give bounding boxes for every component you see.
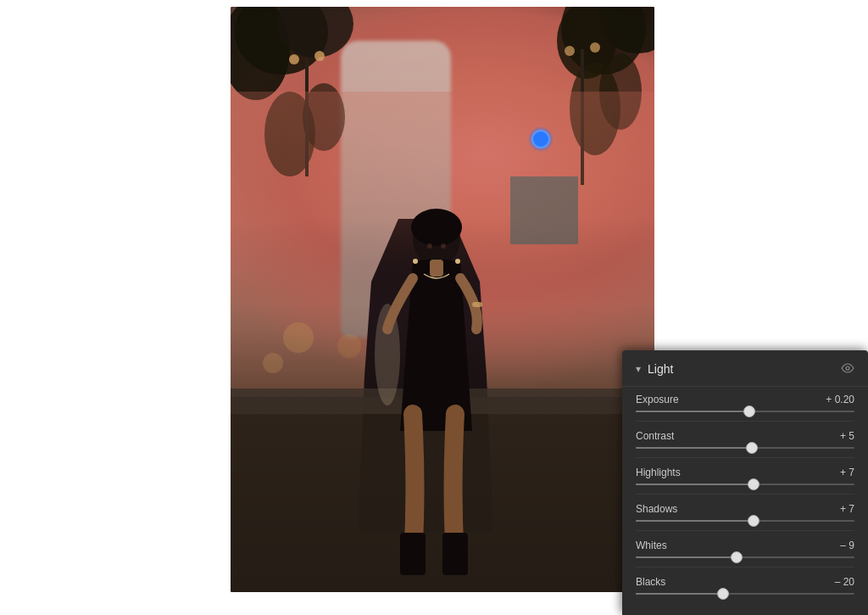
slider-value-shadows: + 7: [821, 503, 854, 515]
slider-thumb-blacks[interactable]: [717, 588, 729, 600]
slider-track-contrast[interactable]: [636, 447, 854, 449]
slider-track-whites[interactable]: [636, 556, 854, 558]
slider-label-row-highlights: Highlights + 7: [636, 467, 854, 478]
slider-row-shadows: Shadows + 7: [622, 496, 868, 528]
slider-section-highlights: Highlights + 7: [622, 460, 868, 495]
main-container: ▾ Light Exposure + 0.20: [0, 0, 868, 615]
slider-row-exposure: Exposure + 0.20: [622, 387, 868, 419]
slider-label-blacks: Blacks: [636, 576, 665, 588]
slider-row-highlights: Highlights + 7: [622, 460, 868, 492]
slider-label-row-shadows: Shadows + 7: [636, 503, 854, 515]
blue-dot-indicator[interactable]: [531, 130, 550, 148]
panel-header: ▾ Light: [622, 350, 868, 387]
slider-thumb-exposure[interactable]: [743, 405, 755, 417]
slider-value-contrast: + 5: [821, 430, 854, 442]
photo-canvas: [231, 7, 654, 592]
slider-row-blacks: Blacks – 20: [622, 569, 868, 601]
slider-section-whites: Whites – 9: [622, 533, 868, 567]
slider-label-shadows: Shadows: [636, 503, 677, 515]
visibility-eye-icon[interactable]: [841, 362, 854, 376]
slider-row-whites: Whites – 9: [622, 533, 868, 565]
slider-label-row-whites: Whites – 9: [636, 540, 854, 551]
slider-value-whites: – 9: [821, 540, 854, 551]
slider-thumb-highlights[interactable]: [748, 478, 760, 490]
svg-point-34: [846, 366, 849, 370]
slider-section-exposure: Exposure + 0.20: [622, 387, 868, 422]
slider-section-contrast: Contrast + 5: [622, 423, 868, 458]
slider-track-blacks[interactable]: [636, 593, 854, 595]
slider-value-exposure: + 0.20: [821, 394, 854, 405]
slider-label-row-contrast: Contrast + 5: [636, 430, 854, 442]
slider-label-row-exposure: Exposure + 0.20: [636, 394, 854, 405]
slider-value-blacks: – 20: [821, 576, 854, 588]
slider-thumb-shadows[interactable]: [748, 515, 760, 527]
slider-track-exposure[interactable]: [636, 411, 854, 412]
slider-track-shadows[interactable]: [636, 520, 854, 522]
slider-section-blacks: Blacks – 20: [622, 569, 868, 601]
collapse-chevron-icon[interactable]: ▾: [636, 363, 641, 375]
slider-label-whites: Whites: [636, 540, 667, 551]
slider-section-shadows: Shadows + 7: [622, 496, 868, 531]
slider-label-highlights: Highlights: [636, 467, 681, 478]
panel-title: Light: [648, 362, 673, 376]
light-panel: ▾ Light Exposure + 0.20: [622, 350, 868, 615]
sliders-container: Exposure + 0.20 Contrast + 5 Highlights: [622, 387, 868, 601]
slider-label-exposure: Exposure: [636, 394, 679, 405]
slider-label-row-blacks: Blacks – 20: [636, 576, 854, 588]
slider-track-highlights[interactable]: [636, 484, 854, 485]
slider-label-contrast: Contrast: [636, 430, 674, 442]
panel-title-row: ▾ Light: [636, 362, 673, 376]
photo-person: [358, 219, 493, 533]
slider-value-highlights: + 7: [821, 467, 854, 478]
slider-thumb-contrast[interactable]: [746, 442, 758, 454]
slider-row-contrast: Contrast + 5: [622, 423, 868, 456]
slider-thumb-whites[interactable]: [731, 551, 743, 563]
